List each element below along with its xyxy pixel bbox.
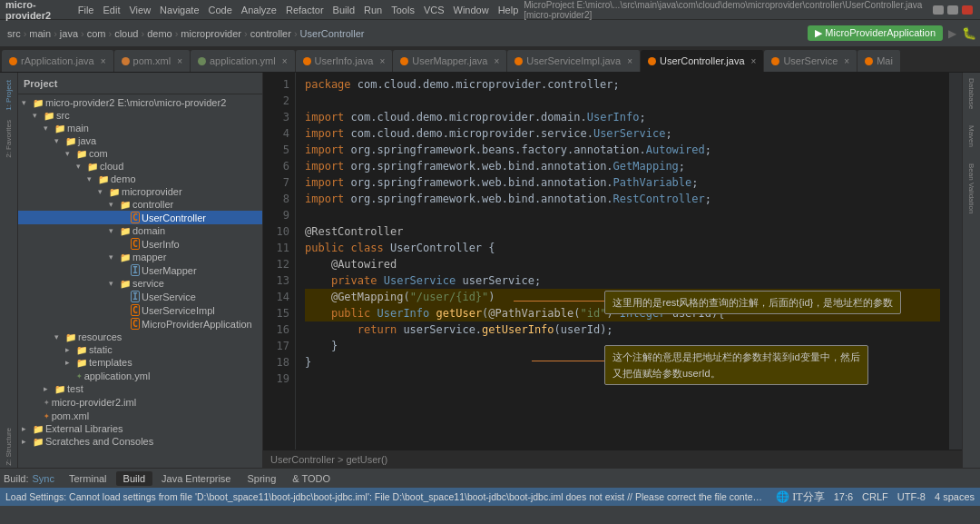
tree-item[interactable]: ▾📁demo (18, 173, 262, 185)
tree-item[interactable]: CUserServiceImpl (18, 303, 262, 317)
breadcrumb-controller[interactable]: controller (250, 28, 291, 39)
tab-rApplication_java[interactable]: rApplication.java× (2, 50, 114, 72)
minimize-button[interactable] (933, 5, 944, 15)
tree-item[interactable]: ▸📁test (18, 382, 262, 395)
tree-item-label: main (67, 123, 89, 133)
breadcrumb-demo[interactable]: demo (147, 28, 172, 39)
tab-close-icon[interactable]: × (282, 56, 288, 66)
breadcrumb-java[interactable]: java (60, 28, 78, 39)
tab-close-icon[interactable]: × (844, 56, 849, 66)
menu-item-vcs[interactable]: VCS (424, 5, 445, 15)
tree-item[interactable]: CMicroProviderApplication (18, 317, 262, 331)
menu-item-tools[interactable]: Tools (391, 5, 415, 15)
editor-content: 12345678910111213141516171819 package co… (263, 73, 962, 450)
breadcrumb-main[interactable]: main (29, 28, 51, 39)
tree-item[interactable]: IUserService (18, 290, 262, 303)
tree-item[interactable]: ▾📁src (18, 109, 262, 122)
tab-close-icon[interactable]: × (379, 56, 385, 66)
maximize-button[interactable] (947, 5, 958, 15)
tree-item[interactable]: ▾📁service (18, 277, 262, 290)
bottom-tab-spring[interactable]: Spring (240, 471, 283, 486)
sync-label[interactable]: Sync (33, 473, 54, 484)
tree-item[interactable]: ▾📁mapper (18, 251, 262, 263)
code-line (305, 93, 940, 109)
menu-item-navigate[interactable]: Navigate (160, 5, 199, 15)
menu-item-refactor[interactable]: Refactor (286, 5, 324, 15)
tree-item-label: src (56, 110, 70, 121)
tree-item[interactable]: ▾📁domain (18, 224, 262, 237)
tab-UserServiceImpl_java[interactable]: UserServiceImpl.java× (507, 50, 641, 72)
tree-item[interactable]: ▾📁microprovider (18, 185, 262, 198)
tab-close-icon[interactable]: × (177, 56, 182, 66)
code-editor[interactable]: package com.cloud.demo.microprovider.con… (296, 73, 949, 450)
tree-item[interactable]: ✦application.yml (18, 369, 262, 382)
menu-item-build[interactable]: Build (333, 5, 355, 15)
menu-item-edit[interactable]: Edit (103, 5, 120, 15)
right-gutter (949, 73, 962, 450)
run-button[interactable]: ▶ MicroProviderApplication (808, 25, 943, 41)
tab-UserMapper_java[interactable]: UserMapper.java× (393, 50, 507, 72)
tree-item[interactable]: ▸📁External Libraries (18, 422, 262, 435)
tree-item[interactable]: ▾📁cloud (18, 160, 262, 173)
tab-close-icon[interactable]: × (494, 56, 499, 66)
tree-item-label: pom.xml (52, 410, 90, 421)
menu-item-help[interactable]: Help (498, 5, 519, 15)
menu-item-run[interactable]: Run (364, 5, 382, 15)
tree-item-label: micro-provider2.iml (52, 397, 137, 408)
tree-item[interactable]: CUserController (18, 211, 262, 224)
tree-item[interactable]: ▸📁templates (18, 356, 262, 369)
bean-validation-icon[interactable]: Bean Validation (965, 162, 977, 215)
tree-item[interactable]: ▸📁static (18, 343, 262, 356)
bottom-tab-terminal[interactable]: Terminal (62, 471, 114, 486)
tab-UserInfo_java[interactable]: UserInfo.java× (296, 50, 394, 72)
database-icon[interactable]: Database (965, 76, 977, 111)
bottom-tab-java_enterprise[interactable]: Java Enterprise (154, 471, 238, 486)
breadcrumb-src[interactable]: src (7, 28, 21, 39)
structure-icon[interactable]: Z: Structure (3, 426, 15, 468)
tab-UserService[interactable]: UserService× (764, 50, 858, 72)
tree-item[interactable]: ▾📁controller (18, 198, 262, 211)
status-message: Load Settings: Cannot load settings from… (5, 491, 767, 502)
tree-item[interactable]: ▾📁micro-provider2 E:\micro\micro-provide… (18, 96, 262, 109)
tree-item[interactable]: ▸📁Scratches and Consoles (18, 435, 262, 448)
tab-Mai[interactable]: Mai (858, 50, 901, 72)
menu-item-analyze[interactable]: Analyze (241, 5, 277, 15)
breadcrumb-microprovider[interactable]: microprovider (181, 28, 241, 39)
tree-item[interactable]: ▾📁resources (18, 331, 262, 343)
debug-button[interactable]: 🐛 (962, 26, 976, 40)
tree-item[interactable]: ▾📁main (18, 122, 262, 134)
tree-item[interactable]: ✦micro-provider2.iml (18, 395, 262, 409)
menu-item-window[interactable]: Window (454, 5, 489, 15)
callout-arrow-1 (514, 301, 604, 302)
tree-item[interactable]: CUserInfo (18, 237, 262, 251)
tab-close-icon[interactable]: × (101, 56, 106, 66)
bottom-tab-&_todo[interactable]: & TODO (285, 471, 338, 486)
bottom-tab-build[interactable]: Build (116, 471, 152, 486)
tree-item[interactable]: IUserMapper (18, 263, 262, 277)
project-icon[interactable]: 1: Project (3, 78, 15, 113)
tab-UserController_java[interactable]: UserController.java× (641, 50, 764, 72)
tree-item[interactable]: ✦pom.xml (18, 409, 262, 422)
tab-application_yml[interactable]: application.yml× (191, 50, 296, 72)
menu-item-view[interactable]: View (129, 5, 151, 15)
tab-pom_xml[interactable]: pom.xml× (114, 50, 191, 72)
close-button[interactable] (962, 5, 973, 15)
tab-close-icon[interactable]: × (627, 56, 632, 66)
favorites-icon[interactable]: 2: Favorites (3, 118, 15, 160)
java-c-icon: C (131, 304, 140, 316)
tree-item-label: UserService (142, 292, 196, 302)
tree-item[interactable]: ▾📁java (18, 134, 262, 147)
tree-item-label: micro-provider2 E:\micro\micro-provider2 (45, 97, 226, 108)
maven-icon[interactable]: Maven (965, 124, 977, 149)
tab-close-icon[interactable]: × (751, 56, 757, 66)
code-line: import com.cloud.demo.microprovider.doma… (305, 109, 940, 125)
breadcrumb-com[interactable]: com (87, 28, 106, 39)
java-c-icon: C (131, 238, 140, 250)
tree-item[interactable]: ▾📁com (18, 147, 262, 160)
menu-item-file[interactable]: File (78, 5, 94, 15)
tree-arrow: ▾ (54, 136, 64, 145)
menu-item-code[interactable]: Code (209, 5, 232, 15)
code-line: @Autowired (305, 256, 940, 272)
breadcrumb-usercontroller[interactable]: UserController (300, 28, 365, 39)
breadcrumb-cloud[interactable]: cloud (114, 28, 138, 39)
